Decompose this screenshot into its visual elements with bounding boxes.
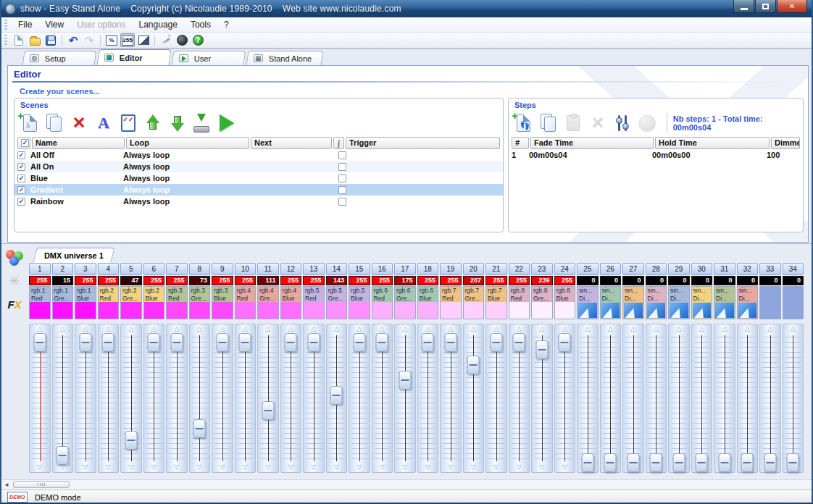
- fader-thumb[interactable]: [79, 333, 91, 352]
- add-step-button[interactable]: 👣+: [513, 112, 535, 134]
- channel-fader-32[interactable]: △▽: [737, 324, 759, 473]
- fader-down-arrow[interactable]: ▽: [281, 463, 301, 472]
- channel-fader-22[interactable]: △▽: [509, 324, 530, 473]
- fader-thumb[interactable]: [422, 333, 434, 352]
- scrollbar-thumb[interactable]: [13, 481, 70, 488]
- move-scene-down-button[interactable]: [167, 112, 188, 134]
- fader-thumb[interactable]: [627, 453, 639, 472]
- delete-scene-button[interactable]: ✕: [68, 112, 90, 134]
- channel-fader-9[interactable]: △▽: [212, 324, 233, 473]
- fader-down-arrow[interactable]: ▽: [235, 463, 256, 472]
- scenes-loop-header[interactable]: Loop: [126, 137, 249, 149]
- menu-file[interactable]: File: [12, 18, 38, 31]
- scenes-select-all-header[interactable]: ✓: [17, 137, 30, 149]
- fader-down-arrow[interactable]: ▽: [167, 463, 187, 472]
- fader-down-arrow[interactable]: ▽: [75, 463, 96, 472]
- fader-thumb[interactable]: [535, 340, 548, 359]
- maximize-button[interactable]: [755, 0, 776, 13]
- channel-fader-5[interactable]: △▽: [120, 324, 142, 473]
- channel-fader-10[interactable]: △▽: [235, 324, 257, 473]
- channel-fader-12[interactable]: △▽: [280, 324, 302, 473]
- tab-editor[interactable]: Editor: [96, 49, 171, 65]
- fader-down-arrow[interactable]: ▽: [441, 463, 461, 472]
- channel-fader-29[interactable]: △▽: [668, 324, 690, 473]
- tab-setup[interactable]: Setup: [22, 51, 97, 65]
- menu-help[interactable]: ?: [217, 18, 235, 31]
- fader-thumb[interactable]: [581, 453, 593, 472]
- fader-thumb[interactable]: [193, 419, 206, 438]
- fader-up-arrow[interactable]: △: [578, 324, 598, 334]
- fader-up-arrow[interactable]: △: [669, 324, 689, 334]
- channel-fader-25[interactable]: △▽: [577, 324, 599, 473]
- channel-fader-26[interactable]: △▽: [600, 324, 622, 473]
- fader-thumb[interactable]: [490, 333, 502, 352]
- scene-enabled-checkbox[interactable]: ✓: [17, 175, 25, 182]
- channel-fader-13[interactable]: △▽: [303, 324, 325, 473]
- fader-down-arrow[interactable]: ▽: [372, 463, 393, 472]
- scene-row[interactable]: ✓All OnAlways loop: [14, 161, 503, 172]
- scene-trigger-checkbox[interactable]: [338, 163, 346, 171]
- rename-scene-button[interactable]: A: [93, 112, 114, 134]
- fader-down-arrow[interactable]: ▽: [212, 463, 233, 472]
- horizontal-scrollbar[interactable]: ◄: [1, 479, 813, 489]
- color-mixer-button[interactable]: [4, 248, 25, 267]
- fader-down-arrow[interactable]: ▽: [258, 463, 278, 472]
- scrollbar-left-arrow[interactable]: ◄: [1, 480, 12, 489]
- channel-fader-20[interactable]: △▽: [463, 324, 485, 473]
- channel-fader-4[interactable]: △▽: [98, 324, 120, 473]
- steps-num-header[interactable]: #: [512, 137, 529, 149]
- fader-down-arrow[interactable]: ▽: [555, 463, 575, 472]
- step-row[interactable]: 1 00m00s04 00m00s00 100: [509, 149, 803, 161]
- channel-fader-6[interactable]: △▽: [143, 324, 165, 473]
- scene-enabled-checkbox[interactable]: ✓: [17, 163, 25, 171]
- channel-fader-31[interactable]: △▽: [714, 324, 735, 473]
- scene-row[interactable]: ✓GradientAlways loop: [14, 184, 503, 196]
- channel-fader-19[interactable]: △▽: [440, 324, 462, 473]
- channel-fader-8[interactable]: △▽: [189, 324, 211, 473]
- scenes-trigger-header[interactable]: Trigger: [346, 137, 500, 149]
- fader-down-arrow[interactable]: ▽: [486, 463, 506, 472]
- fader-thumb[interactable]: [353, 333, 365, 352]
- fader-thumb[interactable]: [444, 333, 456, 352]
- channel-fader-16[interactable]: △▽: [372, 324, 393, 473]
- import-scene-button[interactable]: [191, 112, 213, 134]
- fader-thumb[interactable]: [741, 453, 754, 472]
- scene-enabled-checkbox[interactable]: ✓: [17, 198, 25, 206]
- fader-thumb[interactable]: [330, 386, 343, 405]
- fader-down-arrow[interactable]: ▽: [464, 463, 484, 472]
- scenes-next-header[interactable]: Next: [251, 137, 332, 149]
- channel-fader-7[interactable]: △▽: [166, 324, 188, 473]
- fader-up-arrow[interactable]: △: [190, 324, 210, 334]
- undo-button[interactable]: ↶: [66, 33, 80, 47]
- fader-thumb[interactable]: [467, 356, 480, 374]
- channel-fader-18[interactable]: △▽: [417, 324, 439, 473]
- fader-thumb[interactable]: [148, 333, 160, 352]
- fader-up-arrow[interactable]: △: [327, 324, 347, 334]
- contrast-mode-button[interactable]: [136, 33, 151, 47]
- fader-down-arrow[interactable]: ▽: [509, 463, 530, 472]
- channel-fader-27[interactable]: △▽: [622, 324, 644, 473]
- scene-options-button[interactable]: ✓✓: [117, 112, 139, 134]
- fader-thumb[interactable]: [672, 453, 685, 472]
- fader-up-arrow[interactable]: △: [53, 324, 73, 334]
- fader-down-arrow[interactable]: ▽: [304, 463, 324, 472]
- add-scene-button[interactable]: λ+: [19, 112, 41, 134]
- channel-fader-17[interactable]: △▽: [394, 324, 416, 473]
- fader-thumb[interactable]: [102, 333, 114, 352]
- fader-up-arrow[interactable]: △: [783, 324, 804, 334]
- tools-wand-button[interactable]: [159, 33, 173, 47]
- channel-fader-2[interactable]: △▽: [52, 324, 74, 473]
- fader-thumb[interactable]: [125, 431, 137, 450]
- fader-down-arrow[interactable]: ▽: [99, 463, 119, 472]
- fader-down-arrow[interactable]: ▽: [418, 463, 438, 472]
- fader-up-arrow[interactable]: △: [464, 324, 484, 334]
- fader-down-arrow[interactable]: ▽: [349, 463, 370, 472]
- fader-thumb[interactable]: [239, 333, 251, 352]
- channel-fader-23[interactable]: △▽: [531, 324, 553, 473]
- fader-up-arrow[interactable]: △: [532, 324, 552, 334]
- fader-up-arrow[interactable]: △: [258, 324, 278, 334]
- fader-down-arrow[interactable]: ▽: [532, 463, 552, 472]
- fader-up-arrow[interactable]: △: [692, 324, 712, 334]
- menu-tools[interactable]: Tools: [184, 18, 217, 31]
- scene-row[interactable]: ✓All OffAlways loop: [14, 149, 503, 161]
